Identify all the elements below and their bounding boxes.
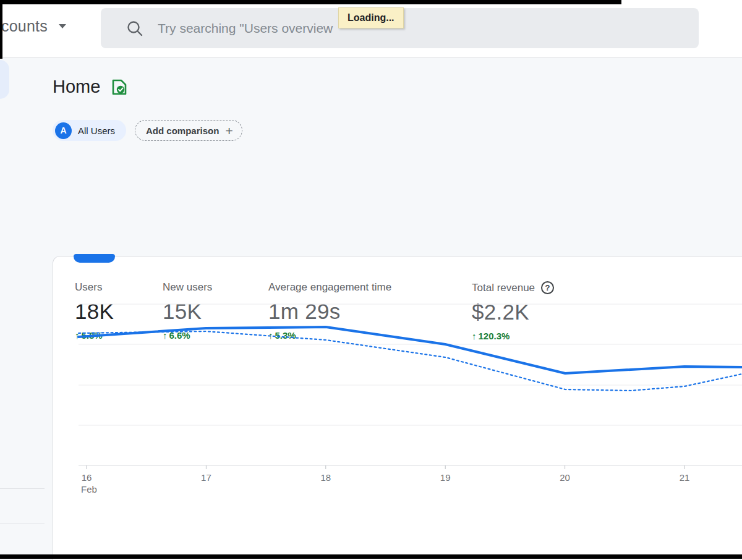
- crop-border-bottom: [0, 554, 742, 559]
- page-title: Home: [53, 77, 100, 97]
- data-quality-check-icon[interactable]: [110, 78, 129, 96]
- chevron-down-icon: [59, 24, 66, 28]
- loading-tooltip-text: Loading...: [348, 12, 394, 23]
- metrics-row: Users 18K ↑5.8% New users 15K ↑6.6% Aver…: [53, 281, 742, 362]
- avatar: A: [55, 122, 72, 139]
- metric-label-text: Total revenue: [472, 282, 535, 294]
- crop-border-top: [0, 0, 621, 4]
- nav-divider: [0, 524, 45, 524]
- crop-border-left: [0, 0, 2, 59]
- metric-change: ↑5.8%: [75, 330, 114, 341]
- add-comparison-label: Add comparison: [146, 125, 219, 136]
- ga-home-screen: counts Loading... Home: [0, 0, 742, 560]
- metric-label: Total revenue ?: [472, 281, 554, 294]
- account-switcher-label: counts: [1, 17, 48, 35]
- all-users-chip-label: All Users: [78, 125, 115, 136]
- arrow-up-icon: ↑: [268, 330, 273, 341]
- metric-value: 18K: [75, 299, 114, 324]
- nav-divider: [0, 488, 45, 489]
- metric-tab-total-revenue[interactable]: Total revenue ? $2.2K ↑120.3%: [472, 281, 554, 341]
- comparison-bar: A All Users Add comparison +: [53, 120, 242, 141]
- arrow-up-icon: ↑: [75, 330, 80, 341]
- main-content: Home A All Users Add comparison + User: [0, 58, 742, 560]
- search-input[interactable]: [158, 21, 699, 36]
- metric-label: Users: [75, 281, 114, 294]
- help-icon[interactable]: ?: [541, 281, 554, 294]
- metric-value: 1m 29s: [268, 299, 391, 324]
- plus-icon: +: [225, 124, 232, 137]
- metric-tab-new-users[interactable]: New users 15K ↑6.6%: [163, 281, 212, 341]
- metric-tab-avg-engagement-time[interactable]: Average engagement time 1m 29s ↑5.3%: [268, 281, 391, 341]
- page-title-row: Home: [53, 77, 129, 97]
- all-users-chip[interactable]: A All Users: [53, 120, 126, 141]
- arrow-up-icon: ↑: [163, 330, 168, 341]
- active-tab-indicator: [74, 254, 115, 263]
- search-icon: [126, 19, 144, 38]
- account-switcher[interactable]: counts: [1, 17, 66, 35]
- metric-tab-users[interactable]: Users 18K ↑5.8%: [75, 281, 114, 341]
- metric-change: ↑120.3%: [472, 331, 554, 341]
- metric-change: ↑5.3%: [268, 330, 391, 341]
- metric-label: Average engagement time: [268, 281, 391, 294]
- top-app-bar: counts Loading...: [0, 0, 742, 58]
- nav-rail-active-indicator: [0, 60, 9, 99]
- overview-card: Users 18K ↑5.8% New users 15K ↑6.6% Aver…: [53, 256, 742, 560]
- metric-label: New users: [163, 281, 212, 294]
- metric-value: 15K: [163, 299, 212, 324]
- metric-value: $2.2K: [472, 300, 554, 325]
- metric-change: ↑6.6%: [163, 330, 212, 341]
- arrow-up-icon: ↑: [472, 331, 477, 341]
- loading-tooltip: Loading...: [338, 7, 404, 28]
- add-comparison-button[interactable]: Add comparison +: [135, 120, 242, 141]
